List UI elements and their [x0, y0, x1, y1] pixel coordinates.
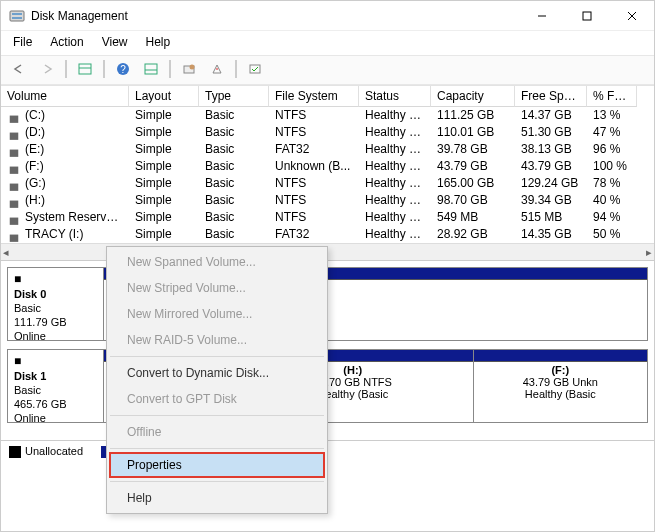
col-free[interactable]: Free Spa... — [515, 86, 587, 107]
partition-bar — [474, 350, 647, 362]
svg-point-14 — [190, 65, 195, 70]
menu-help[interactable]: Help — [146, 35, 171, 49]
title-bar: Disk Management — [1, 1, 654, 31]
disk-1-type: Basic — [14, 384, 97, 396]
disk-0-name: Disk 0 — [14, 288, 97, 300]
column-headers: Volume Layout Type File System Status Ca… — [1, 86, 654, 107]
disk-0-size: 111.79 GB — [14, 316, 97, 328]
col-filesystem[interactable]: File System — [269, 86, 359, 107]
svg-text:?: ? — [120, 64, 126, 75]
scroll-right-icon[interactable]: ▸ — [646, 246, 652, 259]
context-menu: New Spanned Volume... New Striped Volume… — [106, 246, 328, 514]
ctx-divider — [110, 448, 324, 449]
back-button[interactable] — [7, 58, 31, 80]
ctx-convert-gpt: Convert to GPT Disk — [109, 386, 325, 412]
action-button[interactable] — [205, 58, 229, 80]
settings-button[interactable] — [243, 58, 267, 80]
ctx-divider — [110, 481, 324, 482]
volume-row[interactable]: ▄(H:)SimpleBasicNTFSHealthy (B...98.70 G… — [1, 192, 654, 209]
menu-action[interactable]: Action — [50, 35, 83, 49]
svg-rect-0 — [10, 11, 24, 21]
disk-1-partition-f[interactable]: (F:) 43.79 GB Unkn Healthy (Basic — [473, 350, 647, 422]
ctx-help[interactable]: Help — [109, 485, 325, 511]
col-layout[interactable]: Layout — [129, 86, 199, 107]
col-capacity[interactable]: Capacity — [431, 86, 515, 107]
volume-row[interactable]: ▄(E:)SimpleBasicFAT32Healthy (B...39.78 … — [1, 141, 654, 158]
toolbar-separator — [103, 60, 105, 78]
part-title: (F:) — [478, 364, 643, 376]
disk-1-label: ■ Disk 1 Basic 465.76 GB Online — [8, 350, 104, 422]
help-button[interactable]: ? — [111, 58, 135, 80]
volume-row[interactable]: ▄TRACY (I:)SimpleBasicFAT32Healthy (P...… — [1, 226, 654, 243]
swatch-unallocated — [9, 446, 21, 458]
disk-1-name: Disk 1 — [14, 370, 97, 382]
ctx-offline: Offline — [109, 419, 325, 445]
toolbar-separator — [235, 60, 237, 78]
volume-row[interactable]: ▄(G:)SimpleBasicNTFSHealthy (B...165.00 … — [1, 175, 654, 192]
minimize-button[interactable] — [519, 1, 564, 31]
close-button[interactable] — [609, 1, 654, 31]
view-bottom-button[interactable] — [139, 58, 163, 80]
menu-view[interactable]: View — [102, 35, 128, 49]
legend-unallocated: Unallocated — [9, 445, 83, 458]
app-icon — [9, 8, 25, 24]
menu-file[interactable]: File — [13, 35, 32, 49]
window-title: Disk Management — [31, 9, 519, 23]
ctx-new-raid5: New RAID-5 Volume... — [109, 327, 325, 353]
toolbar: ? — [1, 55, 654, 85]
disk-1-size: 465.76 GB — [14, 398, 97, 410]
ctx-divider — [110, 356, 324, 357]
part-size: 43.79 GB Unkn — [478, 376, 643, 388]
disk-0-label: ■ Disk 0 Basic 111.79 GB Online — [8, 268, 104, 340]
disk-0-status: Online — [14, 330, 97, 342]
volume-row[interactable]: ▄(C:)SimpleBasicNTFSHealthy (B...111.25 … — [1, 107, 654, 124]
ctx-new-mirrored: New Mirrored Volume... — [109, 301, 325, 327]
svg-rect-2 — [12, 17, 22, 19]
toolbar-separator — [169, 60, 171, 78]
svg-rect-1 — [12, 13, 22, 15]
volume-rows: ▄(C:)SimpleBasicNTFSHealthy (B...111.25 … — [1, 107, 654, 243]
ctx-new-striped: New Striped Volume... — [109, 275, 325, 301]
part-desc: Healthy (Basic — [478, 388, 643, 400]
ctx-divider — [110, 415, 324, 416]
disk-0-type: Basic — [14, 302, 97, 314]
col-volume[interactable]: Volume — [1, 86, 129, 107]
forward-button[interactable] — [35, 58, 59, 80]
menu-bar: File Action View Help — [1, 31, 654, 55]
ctx-new-spanned: New Spanned Volume... — [109, 249, 325, 275]
svg-rect-15 — [250, 65, 260, 73]
ctx-properties[interactable]: Properties — [109, 452, 325, 478]
col-type[interactable]: Type — [199, 86, 269, 107]
view-top-button[interactable] — [73, 58, 97, 80]
volume-row[interactable]: ▄System Reserved (...SimpleBasicNTFSHeal… — [1, 209, 654, 226]
volume-list: Volume Layout Type File System Status Ca… — [1, 85, 654, 243]
toolbar-separator — [65, 60, 67, 78]
col-status[interactable]: Status — [359, 86, 431, 107]
svg-rect-4 — [583, 12, 591, 20]
disk-1-status: Online — [14, 412, 97, 424]
svg-rect-7 — [79, 64, 91, 74]
svg-rect-11 — [145, 64, 157, 74]
ctx-convert-dynamic[interactable]: Convert to Dynamic Disk... — [109, 360, 325, 386]
maximize-button[interactable] — [564, 1, 609, 31]
scroll-left-icon[interactable]: ◂ — [3, 246, 9, 259]
refresh-button[interactable] — [177, 58, 201, 80]
volume-row[interactable]: ▄(F:)SimpleBasicUnknown (B...Healthy (B.… — [1, 158, 654, 175]
col-pctfree[interactable]: % Free — [587, 86, 637, 107]
volume-row[interactable]: ▄(D:)SimpleBasicNTFSHealthy (B...110.01 … — [1, 124, 654, 141]
